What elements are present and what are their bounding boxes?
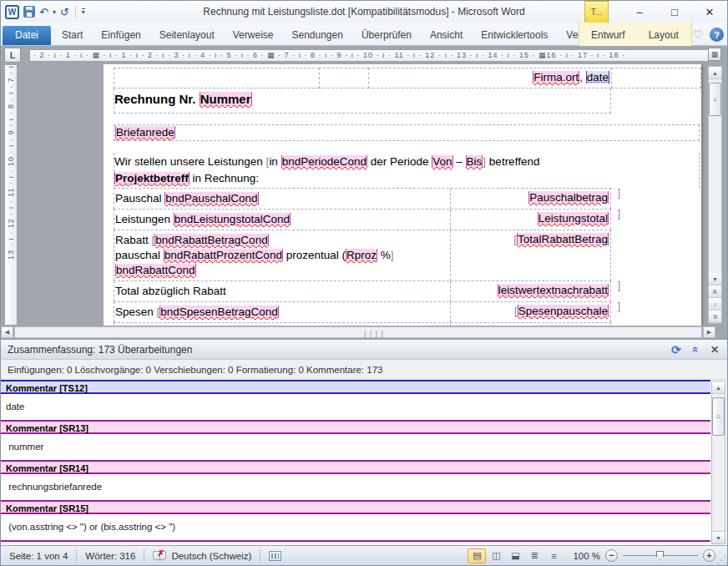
macro-record-button[interactable] [260,551,290,561]
zoom-out-button[interactable]: − [605,549,618,562]
invoice-row-line: bndRabattCond [115,263,448,278]
close-pane-icon[interactable]: ✕ [710,344,719,356]
previous-page-icon[interactable]: « [709,286,721,298]
language-indicator[interactable]: Deutsch (Schweiz) [171,551,251,561]
comment-body[interactable]: date [1,394,710,420]
spellcheck-error-icon: ✗ [157,548,164,558]
undo-dropdown-icon[interactable]: ▾ [53,8,56,16]
text-run: Total abzüglich Rabatt [115,285,226,297]
redo-icon[interactable]: ↺ [60,7,69,18]
text-run: Rabatt [115,234,152,246]
proofing-status[interactable]: ✗ Deutsch (Schweiz) [144,551,260,561]
maximize-button[interactable]: □ [657,1,692,23]
salutation-line: Briefanrede [114,124,700,141]
collapse-pane-icon[interactable]: « [690,346,702,352]
document-area: 13 · ı · 12 · ı · 11 · ı · 10 · ı · 9 · … [1,64,727,326]
address-table-row: Firma.ort, date [114,68,701,88]
resize-grip-icon[interactable]: ⋰ [716,556,726,564]
vertical-ruler[interactable]: 13 · ı · 12 · ı · 11 · ı · 10 · ı · 9 · … [4,64,18,326]
field-token: bndLeistungstotalCond [174,213,291,225]
invoice-row-line: Total abzüglich Rabatt [115,284,448,299]
invoice-row-amount-cell: leistwertextnachrabatt [451,281,610,301]
comment-header[interactable]: Kommentar [TS12] [1,380,710,394]
help-icon[interactable]: ? [710,28,724,42]
save-icon[interactable] [23,6,35,18]
vertical-ruler-ticks: 13 · ı · 12 · ı · 11 · ı · 10 · ı · 9 · … [7,65,15,260]
horizontal-scroll-thumb[interactable]: | | | | [14,326,702,338]
tab-sendungen[interactable]: Sendungen [282,26,351,45]
text-run: betreffend [486,155,539,168]
vertical-scroll-thumb[interactable]: ≡ [709,83,721,116]
invoice-table-row: Total abzüglich Rabattleistwertextnachra… [114,280,611,301]
field-token: TotalRabattBetrag [517,233,609,245]
undo-icon[interactable]: ↶ [39,7,48,18]
text-run: Leistungen [115,213,174,225]
word-logo-icon[interactable]: W [5,5,19,19]
horizontal-ruler[interactable]: · 2 · ı · 1 · ı · ▦ · ı · 1 · ı · 2 · ı … [29,49,709,62]
next-page-icon[interactable]: « [709,311,721,323]
window-controls: – □ ✕ [622,1,727,23]
field-token: bndSpesenBetragCond [159,306,278,318]
page-indicator[interactable]: Seite: 1 von 4 [1,551,76,561]
pane-scroll-down-icon[interactable]: ▼ [712,531,725,543]
invoice-table-row: Spesen [bndSpesenBetragCond[Spesenpausch… [114,301,611,322]
tab-entwicklertools[interactable]: Entwicklertools [472,26,557,45]
comment-body[interactable]: nummer [1,434,710,460]
tab-seitenlayout[interactable]: Seitenlayout [150,26,224,45]
text-run: Rechnung Nr. [114,92,200,106]
vertical-scrollbar[interactable]: ▲ ≡ ▼ « ○ « [708,66,722,324]
scroll-right-icon[interactable]: ▶ [703,326,715,338]
spellcheck-book-icon: ✗ [153,551,166,560]
word-count[interactable]: Wörter: 316 [77,551,144,561]
invoice-row-amount-cell: [Spesenpauschale [451,302,610,322]
comment-header[interactable]: Kommentar [SR14] [1,460,710,474]
minimize-button[interactable]: – [622,1,657,23]
zoom-slider[interactable] [623,549,698,562]
scroll-left-icon[interactable]: ◀ [1,326,13,338]
outline-view-button[interactable]: ≣ [525,548,543,563]
field-token: bndPauschalCond [164,192,258,205]
tab-entwurf[interactable]: Entwurf [579,26,637,46]
zoom-slider-thumb[interactable] [656,551,664,560]
document-page[interactable]: Firma.ort, date Rechnung Nr. Nummer Brie… [104,64,701,326]
field-token: Von [432,155,452,168]
tab-verweise[interactable]: Verweise [224,26,283,45]
ruler-toggle-button[interactable]: ▦ [708,48,721,61]
zoom-in-button[interactable]: + [703,549,715,562]
web-layout-view-button[interactable]: ⬓ [506,548,524,563]
close-button[interactable]: ✕ [692,1,727,23]
pane-scroll-thumb[interactable]: ≡ [712,397,725,436]
tab-layout[interactable]: Layout [637,26,690,46]
revisions-pane-list: Kommentar [TS12]dateKommentar [SR13] num… [1,380,727,545]
invoice-row-line: Spesen [bndSpesenBetragCond [115,305,448,320]
tab-stop-selector[interactable]: L [4,48,21,63]
tab-überprüfen[interactable]: Überprüfen [352,26,421,45]
customize-qat-icon[interactable]: ▾ [82,8,85,15]
revisions-pane-header: Zusammenfassung: 173 Überarbeitungen ⟳ «… [1,339,727,360]
field-token: bndPeriodeCond [281,155,367,168]
tab-einfügen[interactable]: Einfügen [92,26,149,45]
select-browse-object-icon[interactable]: ○ [709,298,721,311]
invoice-row-line: Rabatt [bndRabattBetragCond [115,233,448,248]
refresh-icon[interactable]: ⟳ [671,343,681,356]
scroll-up-icon[interactable]: ▲ [709,67,721,79]
print-layout-view-button[interactable]: ▤ [468,548,486,563]
horizontal-scrollbar[interactable]: ◀ | | | | ▶ [1,326,727,339]
heart-icon[interactable]: ♡ [693,28,703,41]
comment-body[interactable]: rechnungsbriefanrede [1,474,710,500]
comment-header[interactable]: Kommentar [SR15] [1,500,710,514]
scroll-down-icon[interactable]: ▼ [709,273,721,286]
tab-ansicht[interactable]: Ansicht [421,26,472,45]
window-title: Rechnung mit Leistungsliste.dot [Kompati… [1,6,727,18]
pane-scrollbar[interactable]: ▲ ≡ ▼ [711,381,725,544]
zoom-level[interactable]: 100 % [573,551,600,561]
tab-start[interactable]: Start [53,26,92,45]
fullscreen-reading-view-button[interactable]: ◫ [487,548,505,563]
comment-header[interactable]: Kommentar [SR13] [1,420,710,434]
pane-scroll-up-icon[interactable]: ▲ [712,382,725,394]
status-bar: Seite: 1 von 4 Wörter: 316 ✗ Deutsch (Sc… [1,545,727,565]
tab-datei[interactable]: Datei [3,26,51,45]
contextual-tabs: EntwurfLayout [579,23,692,46]
comment-body[interactable]: (von.asstring <> ") or (bis.asstring <> … [1,514,710,540]
draft-view-button[interactable]: ≡ [544,548,563,563]
